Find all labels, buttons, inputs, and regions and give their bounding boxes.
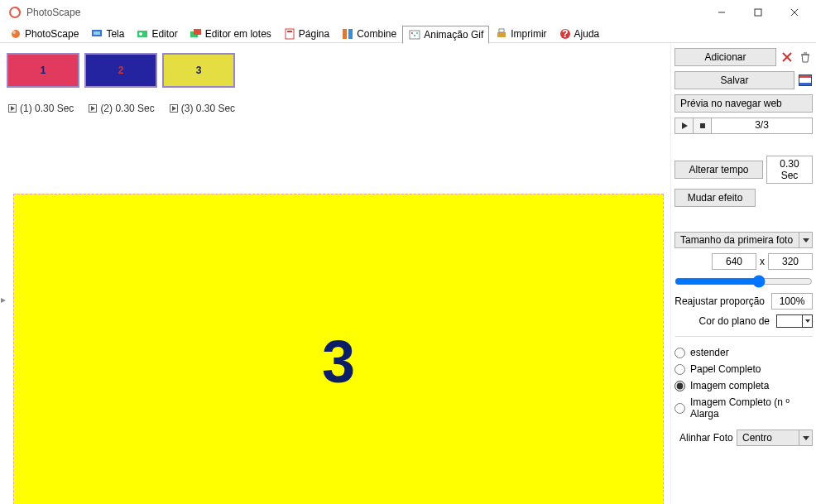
chevron-down-icon bbox=[799, 233, 812, 247]
width-input[interactable]: 640 bbox=[712, 253, 756, 270]
svg-point-10 bbox=[139, 32, 142, 36]
photoscape-icon bbox=[9, 27, 22, 41]
minimize-button[interactable] bbox=[703, 1, 740, 24]
editor-icon bbox=[136, 27, 149, 41]
dropdown-value: Centro bbox=[737, 430, 799, 445]
timing-2[interactable]: (2) 0.30 Sec bbox=[89, 103, 154, 114]
button-label: Adicionar bbox=[704, 51, 746, 63]
print-icon bbox=[495, 27, 508, 41]
svg-marker-35 bbox=[805, 319, 810, 323]
tab-tela[interactable]: Tela bbox=[84, 25, 130, 43]
tab-gif[interactable]: Animação Gif bbox=[402, 26, 489, 44]
tab-label: Animação Gif bbox=[424, 29, 483, 41]
layout-mode-button[interactable] bbox=[798, 73, 813, 88]
tab-label: PhotoScape bbox=[25, 28, 79, 40]
svg-point-20 bbox=[416, 32, 418, 34]
tab-batch[interactable]: Editor em lotes bbox=[184, 25, 277, 43]
fit-mode-group: estender Papel Completo Imagem completa … bbox=[674, 345, 813, 421]
svg-point-18 bbox=[411, 32, 413, 34]
tab-editor[interactable]: Editor bbox=[130, 25, 183, 43]
tab-page[interactable]: Página bbox=[277, 25, 335, 43]
svg-rect-22 bbox=[499, 29, 504, 32]
svg-point-6 bbox=[12, 31, 16, 34]
play-icon bbox=[170, 104, 178, 113]
svg-text:?: ? bbox=[562, 28, 568, 40]
canvas-viewport: 3 bbox=[13, 194, 670, 504]
play-button[interactable] bbox=[675, 118, 694, 133]
svg-marker-34 bbox=[803, 238, 809, 242]
radio-extend[interactable]: estender bbox=[674, 347, 813, 358]
tab-label: Tela bbox=[106, 28, 124, 40]
frame-number: 2 bbox=[118, 65, 124, 76]
size-mode-dropdown[interactable]: Tamanho da primeira foto bbox=[674, 232, 813, 248]
ratio-input[interactable]: 100% bbox=[771, 293, 813, 310]
svg-marker-25 bbox=[11, 106, 15, 111]
batch-icon bbox=[190, 27, 203, 41]
timing-label: (2) 0.30 Sec bbox=[100, 103, 154, 114]
gif-icon bbox=[408, 28, 421, 41]
frame-thumb-2[interactable]: 2 bbox=[84, 53, 157, 88]
ratio-label: Reajustar proporção bbox=[674, 295, 768, 307]
input-value: 320 bbox=[782, 256, 799, 267]
trash-button[interactable] bbox=[798, 50, 813, 65]
splitter-handle[interactable]: ▸ bbox=[0, 275, 7, 324]
tab-label: Editor bbox=[151, 28, 177, 40]
bgcolor-picker[interactable] bbox=[776, 314, 813, 328]
radio-label: Papel Completo bbox=[690, 363, 761, 375]
radio-label: Imagem Completo (n º Alarga bbox=[690, 396, 813, 420]
input-value: 640 bbox=[726, 256, 742, 267]
screen-icon bbox=[90, 27, 103, 41]
radio-full-image-no-stretch[interactable]: Imagem Completo (n º Alarga bbox=[674, 396, 813, 420]
tab-help[interactable]: ?Ajuda bbox=[553, 25, 606, 43]
svg-rect-13 bbox=[286, 29, 294, 39]
change-time-button[interactable]: Alterar tempo bbox=[674, 161, 763, 179]
bgcolor-label: Cor do plano de bbox=[674, 315, 773, 327]
svg-rect-14 bbox=[287, 31, 292, 32]
tab-combine[interactable]: Combine bbox=[335, 25, 402, 43]
radio-full-paper[interactable]: Papel Completo bbox=[674, 363, 813, 375]
help-icon: ? bbox=[559, 27, 572, 41]
stop-button[interactable] bbox=[694, 118, 712, 133]
chevron-down-icon bbox=[802, 315, 812, 327]
frame-strip: 1 2 3 bbox=[7, 50, 664, 94]
svg-marker-36 bbox=[803, 436, 809, 440]
tab-print[interactable]: Imprimir bbox=[489, 25, 552, 43]
add-button[interactable]: Adicionar bbox=[674, 48, 776, 66]
svg-point-5 bbox=[12, 30, 20, 38]
dimension-x: x bbox=[760, 256, 765, 267]
main-area: ▸ 1 2 3 (1) 0.30 Sec (2) 0.30 Sec (3) 0.… bbox=[0, 43, 816, 504]
change-effect-button[interactable]: Mudar efeito bbox=[674, 189, 756, 207]
svg-marker-32 bbox=[682, 122, 688, 129]
tab-photoscape[interactable]: PhotoScape bbox=[3, 25, 84, 43]
height-input[interactable]: 320 bbox=[768, 253, 813, 270]
delete-button[interactable] bbox=[780, 50, 794, 65]
timing-1[interactable]: (1) 0.30 Sec bbox=[8, 103, 74, 114]
frame-thumb-1[interactable]: 1 bbox=[7, 53, 79, 88]
titlebar: PhotoScape bbox=[0, 0, 816, 25]
chevron-down-icon bbox=[799, 430, 812, 445]
tab-label: Imprimir bbox=[511, 28, 546, 40]
maximize-button[interactable] bbox=[740, 1, 776, 24]
svg-rect-21 bbox=[497, 32, 506, 37]
time-value-input[interactable]: 0.30 Sec bbox=[766, 156, 813, 184]
svg-rect-33 bbox=[700, 123, 705, 128]
close-button[interactable] bbox=[776, 1, 813, 24]
save-button[interactable]: Salvar bbox=[674, 71, 794, 89]
frame-number: 3 bbox=[196, 65, 202, 76]
svg-marker-26 bbox=[91, 106, 95, 111]
preview-button[interactable]: Prévia no navegar web bbox=[674, 94, 813, 113]
preview-canvas[interactable]: 3 bbox=[13, 194, 664, 504]
timing-3[interactable]: (3) 0.30 Sec bbox=[170, 103, 235, 114]
playback-bar: 3/3 bbox=[674, 118, 813, 134]
tab-label: Ajuda bbox=[574, 28, 600, 40]
radio-full-image[interactable]: Imagem completa bbox=[674, 380, 813, 391]
timing-label: (1) 0.30 Sec bbox=[20, 103, 74, 114]
frame-thumb-3[interactable]: 3 bbox=[162, 53, 235, 88]
align-dropdown[interactable]: Centro bbox=[737, 430, 813, 446]
svg-rect-2 bbox=[755, 9, 761, 16]
size-slider[interactable] bbox=[674, 275, 813, 288]
play-icon bbox=[8, 104, 17, 113]
svg-rect-12 bbox=[194, 29, 201, 35]
tab-label: Editor em lotes bbox=[205, 28, 271, 40]
input-value: 0.30 Sec bbox=[780, 158, 799, 181]
